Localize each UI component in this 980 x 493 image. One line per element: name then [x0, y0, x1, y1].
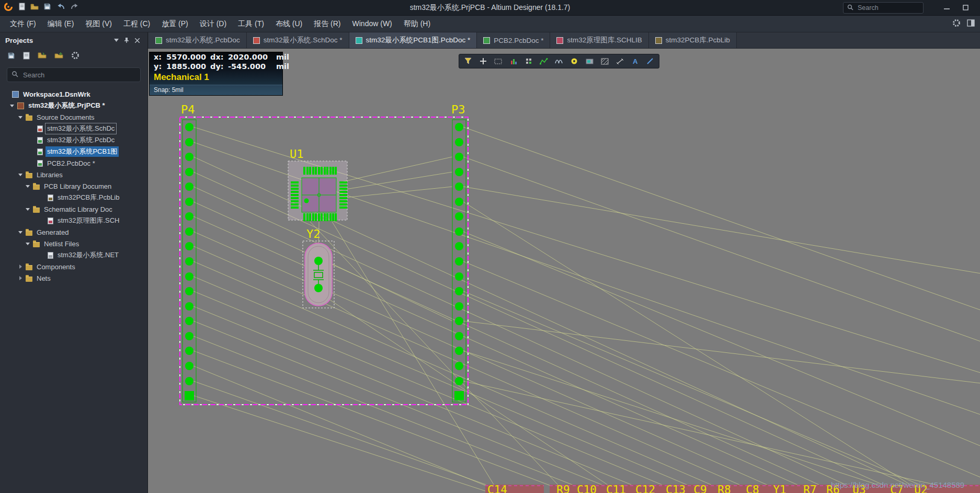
ref-designator: C13 — [666, 484, 686, 493]
doc-tab-schdoc[interactable]: stm32最小系统.SchDoc * — [247, 32, 349, 48]
pad-array-icon[interactable] — [524, 57, 533, 65]
ref-designator: Y1 — [773, 484, 786, 493]
open-project-icon[interactable] — [30, 3, 39, 13]
menu-edit[interactable]: 编辑 (E) — [42, 16, 80, 32]
tree-item-pcb2[interactable]: PCB2.PcbDoc * — [0, 157, 147, 169]
new-document-icon[interactable] — [18, 3, 26, 13]
u1-pin1-dot — [304, 199, 309, 203]
line-tool-icon[interactable] — [645, 57, 655, 65]
tree-item-source-documents[interactable]: Source Documents — [0, 111, 147, 123]
menu-reports[interactable]: 报告 (R) — [308, 16, 346, 32]
expand-arrow-icon[interactable] — [18, 231, 23, 234]
select-rect-icon[interactable] — [494, 57, 503, 65]
expand-arrow-icon[interactable] — [25, 208, 30, 211]
component-y2[interactable] — [303, 241, 334, 308]
menu-help[interactable]: 帮助 (H) — [398, 16, 436, 32]
undo-icon[interactable] — [56, 3, 65, 13]
via-icon[interactable] — [569, 57, 579, 65]
menu-place[interactable]: 放置 (P) — [156, 16, 194, 32]
components-icon[interactable] — [509, 57, 518, 65]
folder-icon — [26, 277, 32, 282]
tree-item-sch-library-folder[interactable]: Schematic Library Doc — [0, 203, 147, 215]
tree-item-nets[interactable]: Nets — [0, 272, 147, 284]
measure-icon[interactable] — [615, 57, 624, 65]
tree-item-generated[interactable]: Generated — [0, 226, 147, 238]
tree-item-pcblib[interactable]: stm32PCB库.PcbLib — [0, 192, 147, 203]
menu-view[interactable]: 视图 (V) — [79, 16, 118, 32]
component-u1[interactable] — [288, 161, 347, 221]
projects-search[interactable] — [7, 67, 141, 82]
panel-menu-icon[interactable] — [111, 35, 121, 45]
schlib-icon — [556, 37, 563, 44]
tree-item-components[interactable]: Components — [0, 261, 147, 272]
menu-window[interactable]: Window (W) — [347, 16, 398, 32]
tree-item-project[interactable]: stm32最小系统.PrjPCB * — [0, 100, 147, 111]
tree-item-pcbdoc[interactable]: stm32最小系统.PcbDc — [0, 134, 147, 146]
diff-pair-icon[interactable] — [554, 57, 564, 65]
pcb-canvas[interactable]: x: 5570.000 dx: 2020.000 mil y: 1885.000… — [148, 49, 980, 493]
tree-item-pcb1[interactable]: stm32最小系统PCB1图 — [0, 146, 147, 157]
expand-arrow-icon[interactable] — [18, 116, 23, 119]
add-folder-icon[interactable] — [54, 52, 63, 61]
expand-arrow-icon[interactable] — [25, 185, 30, 188]
titlebar-search-input[interactable] — [857, 4, 919, 12]
save-project-icon[interactable] — [7, 52, 15, 62]
doc-tab-pcb2[interactable]: PCB2.PcbDoc * — [477, 32, 550, 48]
hud-y-label: y: — [154, 62, 166, 71]
gear-icon[interactable] — [952, 19, 961, 29]
open-folder-icon[interactable] — [38, 52, 47, 61]
maximize-button[interactable] — [956, 0, 975, 15]
project-icon — [17, 102, 24, 109]
crosshair-icon[interactable] — [478, 57, 488, 65]
collapse-arrow-icon[interactable] — [18, 265, 23, 269]
p3-pads[interactable] — [454, 123, 464, 400]
collapse-arrow-icon[interactable] — [18, 276, 23, 280]
filter-icon[interactable] — [463, 57, 473, 65]
menu-design[interactable]: 设计 (D) — [194, 16, 232, 32]
altium-logo-icon — [3, 2, 14, 14]
p4-pads[interactable] — [185, 123, 194, 400]
tree-item-libraries[interactable]: Libraries — [0, 169, 147, 180]
menu-file[interactable]: 文件 (F) — [4, 16, 42, 32]
menu-project[interactable]: 工程 (C) — [118, 16, 156, 32]
tree-item-pcb-library-folder[interactable]: PCB Library Documen — [0, 180, 147, 192]
polygon-icon[interactable] — [600, 57, 609, 65]
text-tool-icon[interactable]: A — [630, 57, 640, 65]
doc-tab-pcblib[interactable]: stm32PCB库.PcbLib — [649, 32, 737, 48]
minimize-button[interactable] — [937, 0, 956, 15]
schlib-icon — [48, 217, 53, 224]
doc-tab-schlib[interactable]: stm32原理图库.SCHLIB — [550, 32, 648, 48]
connector-p4[interactable] — [183, 120, 196, 402]
tree-item-schdoc[interactable]: stm32最小系统.SchDc — [0, 123, 147, 134]
route-icon[interactable] — [539, 57, 549, 65]
connector-p3[interactable] — [452, 120, 466, 402]
menu-route[interactable]: 布线 (U) — [270, 16, 308, 32]
tree-item-netlist-files[interactable]: Netlist Files — [0, 238, 147, 249]
titlebar-search[interactable] — [843, 2, 924, 14]
redo-icon[interactable] — [70, 3, 79, 13]
pin-icon[interactable] — [121, 35, 132, 45]
folder-icon — [33, 208, 40, 213]
doc-tab-pcbdoc[interactable]: stm32最小系统.PcbDoc — [149, 32, 247, 48]
projects-search-input[interactable] — [22, 71, 136, 79]
close-button[interactable] — [975, 0, 980, 15]
pcb-drawing[interactable]: P4 P3 U1 — [148, 49, 980, 493]
close-panel-icon[interactable] — [132, 35, 142, 45]
expand-arrow-icon[interactable] — [25, 243, 30, 245]
tree-item-workspace[interactable]: Workspace1.DsnWrk — [0, 88, 147, 100]
save-icon[interactable] — [43, 3, 51, 13]
fill-icon[interactable] — [585, 57, 594, 65]
hud-dy-label: dy: — [210, 62, 228, 71]
doc-tab-pcb1-active[interactable]: stm32最小系统PCB1图.PcbDoc * — [349, 32, 477, 48]
panel-gear-icon[interactable] — [71, 51, 79, 62]
ref-designator: C10 — [577, 484, 597, 493]
expand-arrow-icon[interactable] — [18, 174, 23, 176]
hud-snap-grid: Snap: 5mil — [150, 85, 282, 95]
compile-icon[interactable] — [23, 52, 30, 62]
pcbdoc-icon — [37, 160, 43, 167]
tree-item-schlib[interactable]: stm32原理图库.SCH — [0, 215, 147, 226]
panels-icon[interactable] — [967, 19, 975, 29]
menu-tools[interactable]: 工具 (T) — [232, 16, 270, 32]
expand-arrow-icon[interactable] — [9, 105, 15, 107]
tree-item-netlist[interactable]: stm32最小系统.NET — [0, 249, 147, 261]
